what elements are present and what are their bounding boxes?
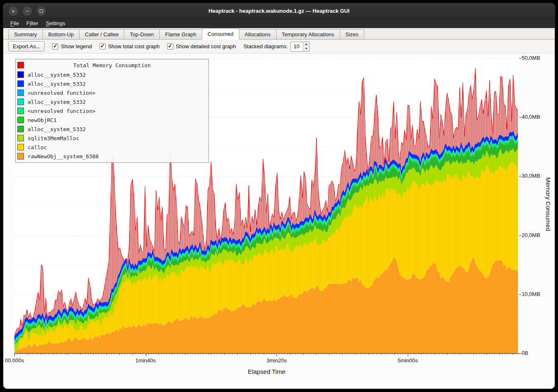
stacked-diagrams-control: Stacked diagrams: 10 (244, 42, 310, 52)
legend-label: <unresolved function> (28, 108, 95, 114)
export-as-button[interactable]: Export As... (8, 41, 45, 52)
tab-summary[interactable]: Summary (8, 29, 43, 39)
legend-row-newobjrc1: newObjRC1 (16, 115, 208, 124)
x-tick-label: 3min20s (267, 357, 287, 364)
close-button[interactable]: × (9, 7, 18, 16)
maximize-icon (40, 9, 43, 13)
legend-swatch (17, 153, 24, 160)
checkbox-check-icon (167, 43, 173, 49)
y-axis-title: Memory Consumed (545, 177, 552, 231)
y-tick-label: 40,0MB (522, 114, 540, 120)
stacked-diagrams-value[interactable]: 10 (291, 42, 303, 51)
titlebar[interactable]: ×− Heaptrack - heaptrack.wakunode.1.gz —… (3, 3, 555, 19)
legend-swatch-total (17, 62, 24, 68)
menu-filter[interactable]: Filter (23, 20, 42, 27)
legend-title-row: Total Memory Consumption (16, 60, 208, 70)
checkbox-group: Show legendShow total cost graphShow det… (52, 43, 236, 49)
checkbox-label: Show total cost graph (108, 43, 160, 49)
legend-swatch (17, 117, 24, 123)
legend-swatch (17, 89, 24, 96)
chart-area: Total Memory Consumption alloc__system_5… (3, 54, 555, 389)
legend-label: alloc__system_5332 (28, 126, 86, 132)
window-controls: ×− (9, 7, 46, 16)
toolbar: Export As... Show legendShow total cost … (3, 40, 555, 54)
legend-swatch (17, 108, 24, 114)
spin-up-button[interactable] (303, 42, 309, 47)
legend-row-alloc-system-5332: alloc__system_5332 (16, 97, 208, 106)
legend-label: rawNewObj__system_6388 (28, 153, 99, 160)
x-axis-title: Elapsed Time (205, 368, 329, 375)
checkbox-check-icon (52, 43, 58, 49)
tab-flame-graph[interactable]: Flame Graph (159, 29, 202, 39)
x-tick-label: 5min00s (397, 357, 418, 364)
maximize-button[interactable] (37, 7, 46, 16)
checkbox-show-detailed-cost-graph[interactable]: Show detailed cost graph (167, 43, 236, 49)
spin-buttons (303, 42, 309, 51)
legend-title: Total Memory Consumption (16, 62, 208, 68)
legend-row-unresolved-function: <unresolved function> (16, 106, 208, 115)
chart-legend: Total Memory Consumption alloc__system_5… (15, 59, 209, 163)
legend-swatch (17, 135, 24, 141)
legend-swatch (17, 144, 24, 150)
legend-row-alloc-system-5332: alloc__system_5332 (16, 70, 208, 79)
x-tick-label: 00.000s (5, 357, 24, 364)
stacked-diagrams-label: Stacked diagrams: (244, 43, 288, 49)
legend-row-calloc: calloc (16, 143, 208, 152)
legend-label: alloc__system_5332 (28, 99, 86, 105)
y-tick-label: 10,0MB (522, 291, 540, 298)
app-window: ×− Heaptrack - heaptrack.wakunode.1.gz —… (3, 3, 555, 389)
checkbox-check-icon (99, 43, 106, 49)
menu-settings[interactable]: Settings (42, 20, 69, 27)
tab-caller-callee[interactable]: Caller / Callee (79, 29, 125, 39)
checkbox-show-total-cost-graph[interactable]: Show total cost graph (99, 43, 160, 49)
tab-temporary-allocations[interactable]: Temporary Allocations (276, 29, 340, 39)
tab-consumed[interactable]: Consumed (202, 28, 239, 40)
legend-row-sqlite3memmalloc: sqlite3MemMalloc (16, 134, 208, 143)
tab-sizes[interactable]: Sizes (340, 29, 364, 39)
spin-down-button[interactable] (303, 47, 309, 51)
legend-rows: alloc__system_5332alloc__system_5332<unr… (16, 70, 208, 161)
legend-label: alloc__system_5332 (28, 72, 86, 78)
tab-top-down[interactable]: Top-Down (124, 29, 160, 39)
legend-swatch (17, 80, 24, 87)
menubar: FileFilterSettings (3, 19, 555, 28)
window-title: Heaptrack - heaptrack.wakunode.1.gz — He… (208, 8, 350, 14)
menu-file[interactable]: File (7, 20, 23, 27)
stacked-diagrams-spinbox[interactable]: 10 (291, 42, 310, 52)
checkbox-show-legend[interactable]: Show legend (52, 43, 92, 49)
legend-label: newObjRC1 (28, 117, 57, 123)
checkbox-label: Show legend (61, 43, 92, 49)
checkbox-label: Show detailed cost graph (176, 43, 236, 49)
legend-row-alloc-system-5332: alloc__system_5332 (16, 124, 208, 134)
legend-label: alloc__system_5332 (28, 81, 86, 87)
legend-label: sqlite3MemMalloc (28, 135, 79, 141)
legend-row-unresolved-function: <unresolved function> (16, 88, 208, 97)
legend-swatch (17, 99, 24, 105)
y-tick-label: 0B (522, 350, 528, 357)
minimize-button[interactable]: − (23, 7, 32, 16)
legend-label: <unresolved function> (28, 90, 95, 96)
main-content: SummaryBottom-UpCaller / CalleeTop-DownF… (3, 28, 555, 389)
tab-bar: SummaryBottom-UpCaller / CalleeTop-DownF… (3, 28, 555, 40)
legend-row-rawnewobj-system-6388: rawNewObj__system_6388 (16, 152, 208, 161)
legend-swatch (17, 126, 24, 132)
y-tick-label: 20,0MB (522, 232, 540, 239)
tab-bottom-up[interactable]: Bottom-Up (43, 29, 80, 39)
legend-swatch (17, 71, 24, 78)
y-tick-label: 30,0MB (522, 173, 540, 179)
legend-row-alloc-system-5332: alloc__system_5332 (16, 79, 208, 88)
y-tick-label: 50,0MB (522, 55, 540, 61)
legend-label: calloc (28, 144, 47, 150)
x-tick-label: 1min40s (135, 357, 156, 364)
tab-allocations[interactable]: Allocations (239, 29, 277, 39)
